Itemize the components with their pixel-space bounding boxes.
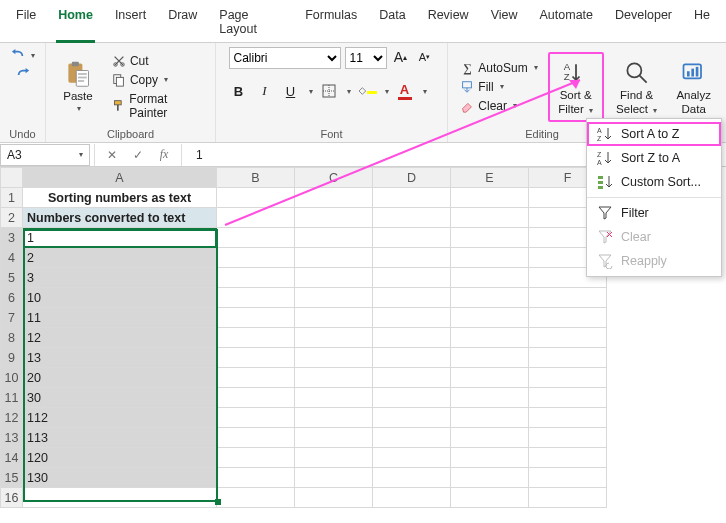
- analyze-data-button[interactable]: Analyz Data: [670, 52, 718, 122]
- cut-button[interactable]: Cut: [108, 53, 209, 69]
- row-header[interactable]: 3: [1, 228, 23, 248]
- scissors-icon: [112, 54, 126, 68]
- row-header[interactable]: 11: [1, 388, 23, 408]
- italic-button[interactable]: I: [255, 81, 275, 101]
- tab-home[interactable]: Home: [48, 4, 103, 42]
- menu-sort-za-label: Sort Z to A: [621, 151, 680, 165]
- select-all-triangle[interactable]: [1, 168, 23, 188]
- fx-button[interactable]: fx: [151, 147, 177, 162]
- sort-filter-button[interactable]: AZ Sort & Filter ▾: [548, 52, 604, 122]
- font-color-button[interactable]: A: [395, 81, 415, 101]
- increase-font-button[interactable]: A▴: [391, 47, 411, 67]
- col-header-A[interactable]: A: [23, 168, 217, 188]
- row-header[interactable]: 13: [1, 428, 23, 448]
- row-header[interactable]: 14: [1, 448, 23, 468]
- row-header[interactable]: 4: [1, 248, 23, 268]
- fill-color-button[interactable]: [357, 81, 377, 101]
- cell[interactable]: 11: [23, 308, 217, 328]
- cell[interactable]: 120: [23, 448, 217, 468]
- cell[interactable]: 3: [23, 268, 217, 288]
- fill-button[interactable]: Fill▾: [456, 79, 541, 95]
- sort-az-icon: AZ: [597, 126, 613, 142]
- svg-text:A: A: [597, 127, 602, 134]
- redo-button[interactable]: [12, 66, 34, 82]
- name-box[interactable]: A3 ▾: [0, 144, 90, 166]
- row-header[interactable]: 1: [1, 188, 23, 208]
- enter-formula-button[interactable]: ✓: [125, 148, 151, 162]
- row-header[interactable]: 15: [1, 468, 23, 488]
- formula-value[interactable]: 1: [186, 148, 203, 162]
- copy-button[interactable]: Copy▾: [108, 72, 209, 88]
- find-select-button[interactable]: Find & Select ▾: [610, 52, 664, 122]
- column-header-cell[interactable]: Numbers converted to text: [23, 208, 217, 228]
- menu-custom-sort[interactable]: Custom Sort...: [587, 170, 721, 194]
- row-header[interactable]: 5: [1, 268, 23, 288]
- font-name-select[interactable]: Calibri: [229, 47, 341, 69]
- col-header-E[interactable]: E: [451, 168, 529, 188]
- col-header-C[interactable]: C: [295, 168, 373, 188]
- row-header[interactable]: 2: [1, 208, 23, 228]
- row-header[interactable]: 6: [1, 288, 23, 308]
- tab-view[interactable]: View: [481, 4, 528, 42]
- svg-rect-28: [598, 176, 603, 179]
- cut-label: Cut: [130, 54, 149, 68]
- clear-button[interactable]: Clear▾: [456, 98, 541, 114]
- row-header[interactable]: 9: [1, 348, 23, 368]
- tab-review[interactable]: Review: [418, 4, 479, 42]
- autosum-button[interactable]: ∑ AutoSum▾: [456, 60, 541, 76]
- cell[interactable]: 20: [23, 368, 217, 388]
- cell[interactable]: 2: [23, 248, 217, 268]
- funnel-clear-icon: [597, 229, 613, 245]
- col-header-D[interactable]: D: [373, 168, 451, 188]
- menu-custom-sort-label: Custom Sort...: [621, 175, 701, 189]
- paste-button[interactable]: Paste ▾: [52, 52, 104, 122]
- col-header-B[interactable]: B: [217, 168, 295, 188]
- tab-data[interactable]: Data: [369, 4, 415, 42]
- row-header[interactable]: 16: [1, 488, 23, 508]
- cancel-formula-button[interactable]: ✕: [99, 148, 125, 162]
- font-size-select[interactable]: 11: [345, 47, 387, 69]
- borders-button[interactable]: [319, 81, 339, 101]
- paste-label: Paste: [63, 90, 92, 102]
- undo-button[interactable]: ▾: [7, 47, 39, 63]
- cell-active[interactable]: 1: [23, 228, 217, 248]
- format-painter-button[interactable]: Format Painter: [108, 91, 209, 121]
- svg-rect-23: [695, 66, 698, 76]
- grid[interactable]: A B C D E F 1 Sorting numbers as text 2 …: [0, 167, 607, 508]
- cell[interactable]: 112: [23, 408, 217, 428]
- cell[interactable]: 30: [23, 388, 217, 408]
- cell[interactable]: 130: [23, 468, 217, 488]
- svg-text:Z: Z: [597, 135, 602, 142]
- tab-formulas[interactable]: Formulas: [295, 4, 367, 42]
- tab-draw[interactable]: Draw: [158, 4, 207, 42]
- tab-file[interactable]: File: [6, 4, 46, 42]
- tab-automate[interactable]: Automate: [530, 4, 604, 42]
- menu-sort-za[interactable]: ZA Sort Z to A: [587, 146, 721, 170]
- cell[interactable]: 113: [23, 428, 217, 448]
- menu-sort-az[interactable]: AZ Sort A to Z: [587, 122, 721, 146]
- sort-filter-label2: Filter: [558, 103, 584, 115]
- tab-help[interactable]: He: [684, 4, 720, 42]
- row-header[interactable]: 8: [1, 328, 23, 348]
- decrease-font-button[interactable]: A▾: [415, 47, 435, 67]
- row-header[interactable]: 7: [1, 308, 23, 328]
- row-header[interactable]: 10: [1, 368, 23, 388]
- find-select-label1: Find &: [620, 89, 653, 101]
- menu-reapply-label: Reapply: [621, 254, 667, 268]
- svg-rect-10: [114, 100, 121, 104]
- bold-button[interactable]: B: [229, 81, 249, 101]
- cell[interactable]: [217, 188, 295, 208]
- selection-fill-handle[interactable]: [215, 499, 221, 505]
- group-label-font: Font: [320, 126, 342, 140]
- tab-page-layout[interactable]: Page Layout: [209, 4, 293, 42]
- row-header[interactable]: 12: [1, 408, 23, 428]
- cell[interactable]: 10: [23, 288, 217, 308]
- menu-filter[interactable]: Filter: [587, 201, 721, 225]
- tab-insert[interactable]: Insert: [105, 4, 156, 42]
- cell[interactable]: 13: [23, 348, 217, 368]
- underline-button[interactable]: U: [281, 81, 301, 101]
- cell[interactable]: 12: [23, 328, 217, 348]
- menu-reapply: Reapply: [587, 249, 721, 273]
- title-cell[interactable]: Sorting numbers as text: [23, 188, 217, 208]
- tab-developer[interactable]: Developer: [605, 4, 682, 42]
